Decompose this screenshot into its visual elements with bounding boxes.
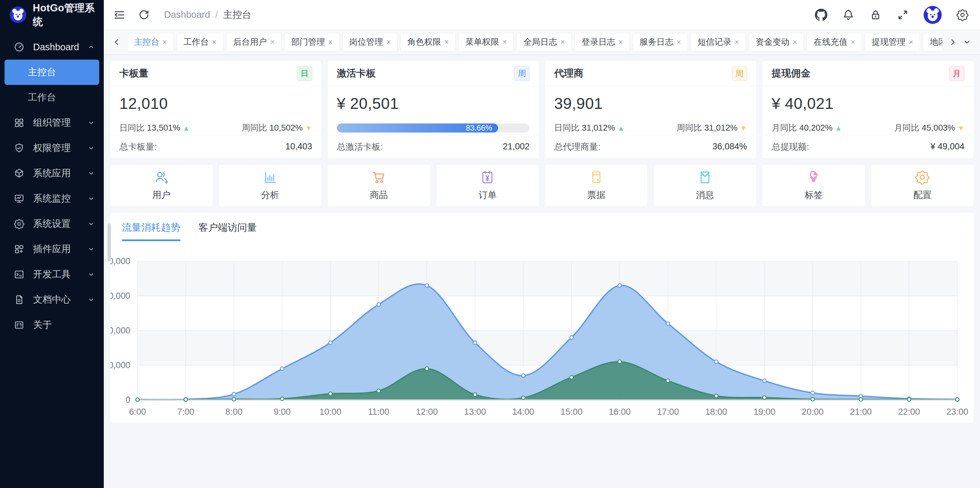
monitor-icon [14,193,25,204]
sub-stat-right: 周同比 31,012% ▼ [677,122,747,133]
svg-text:12:00: 12:00 [416,407,438,417]
lock-icon[interactable] [869,8,882,21]
shortcut-messages[interactable]: 消息 [654,165,756,206]
close-icon[interactable]: × [908,38,913,47]
chevron-down-icon [87,119,95,127]
shortcut-users[interactable]: 用户 [110,165,212,206]
fullscreen-icon[interactable] [896,8,909,21]
sidebar-item-plugins[interactable]: 插件应用 [0,236,104,262]
shortcut-analysis[interactable]: 分析 [219,165,321,206]
activation-progress-fill: 83.66% [337,124,498,133]
shortcut-tickets[interactable]: 票据 [545,165,647,206]
tab-sms-records[interactable]: 短信记录× [691,33,746,51]
stat-card-pallets: 卡板量 日 12,010 日同比 13,501% ▲ 周同比 10,502% ▼… [110,61,321,158]
sub-stat-right: 月同比 45,003% ▼ [894,122,964,133]
footer-label: 总提现额: [772,141,810,153]
card-value: ¥ 40,021 [772,95,965,112]
close-icon[interactable]: × [328,38,333,47]
sidebar-item-console[interactable]: 主控台 [5,60,99,85]
month-badge: 月 [949,66,964,81]
sidebar-item-docs[interactable]: 文档中心 [0,287,104,312]
close-icon[interactable]: × [386,38,391,47]
sidebar-item-about[interactable]: 关于 [0,312,104,337]
shortcut-tags[interactable]: 标签 [763,165,865,206]
close-icon[interactable]: × [270,38,275,47]
shortcut-label: 用户 [153,189,170,201]
stat-card-activated: 激活卡板 周 ¥ 20,501 83.66% 总激活卡板: 21,002 [328,61,539,158]
receipt-icon [589,170,604,185]
progress-label: 83.66% [466,124,492,133]
close-icon[interactable]: × [162,38,167,47]
close-icon[interactable]: × [851,38,855,47]
tabs-viewport: 主控台× 工作台× 后台用户× 部门管理× 岗位管理× 角色权限× 菜单权限× … [127,33,942,51]
tab-global-log[interactable]: 全局日志× [517,33,572,51]
tab-admin-users[interactable]: 后台用户× [226,33,282,51]
tab-funds-changes[interactable]: 资金变动× [749,33,804,51]
close-icon[interactable]: × [212,38,216,47]
close-icon[interactable]: × [792,38,797,47]
svg-text:15:00: 15:00 [561,407,583,417]
sidebar-item-system-settings[interactable]: 系统设置 [0,211,104,236]
tab-region-codes[interactable]: 地区编码× [923,33,942,51]
svg-text:19:00: 19:00 [753,407,775,417]
tabs-menu-dropdown-icon[interactable] [960,35,974,49]
tab-workbench[interactable]: 工作台× [177,33,223,51]
shortcuts-row: 用户 分析 商品 订单 票据 消息 [110,165,974,206]
traffic-chart[interactable]: 020,00040,00060,00080,0006:007:008:009:0… [110,241,974,434]
close-icon[interactable]: × [735,38,739,47]
trend-up-icon: ▲ [183,124,190,132]
close-icon[interactable]: × [444,38,449,47]
shortcut-label: 分析 [261,189,279,201]
tab-client-visits[interactable]: 客户端访问量 [199,221,257,241]
cart-icon [371,170,387,185]
tab-service-log[interactable]: 服务日志× [633,33,688,51]
tab-login-log[interactable]: 登录日志× [574,33,630,51]
svg-text:20:00: 20:00 [802,407,824,417]
sidebar-item-system-monitor[interactable]: 系统监控 [0,186,104,211]
tab-menu-perms[interactable]: 菜单权限× [458,33,514,51]
refresh-icon[interactable] [137,8,151,21]
top-header: Dashboard / 主控台 [104,0,980,30]
close-icon[interactable]: × [502,38,507,47]
close-icon[interactable]: × [676,38,681,47]
shortcut-orders[interactable]: 订单 [436,165,539,206]
chevron-up-icon [87,43,95,51]
sidebar-item-org[interactable]: 组织管理 [0,110,104,135]
tab-posts[interactable]: 岗位管理× [342,33,398,51]
app-logo[interactable]: HotGo管理系统 [0,0,104,30]
sidebar-item-workbench[interactable]: 工作台 [5,85,99,110]
github-icon[interactable] [815,8,827,21]
settings-gear-icon[interactable] [956,8,969,21]
tabs-scroll-right-icon[interactable] [946,35,960,49]
collapse-sidebar-icon[interactable] [113,8,126,21]
tabs-scroll-left-icon[interactable] [110,35,124,49]
user-avatar[interactable] [924,6,942,24]
sidebar-item-dev-tools[interactable]: 开发工具 [0,262,104,287]
sidebar-item-dashboard[interactable]: Dashboard [0,34,104,60]
shortcut-label: 商品 [370,189,388,201]
chevron-down-icon [87,296,95,304]
mail-icon [697,170,713,185]
svg-text:11:00: 11:00 [368,407,390,417]
tab-withdraw-manage[interactable]: 提现管理× [865,33,920,51]
card-title: 代理商 [554,67,583,80]
tab-online-recharge[interactable]: 在线充值× [807,33,862,51]
tab-console[interactable]: 主控台× [127,33,174,51]
sidebar-item-system-app[interactable]: 系统应用 [0,161,104,186]
tab-departments[interactable]: 部门管理× [285,33,339,51]
shortcut-goods[interactable]: 商品 [328,165,430,206]
svg-text:21:00: 21:00 [850,407,872,417]
close-icon[interactable]: × [560,38,565,47]
close-icon[interactable]: × [619,38,623,47]
sidebar-item-permission[interactable]: 权限管理 [0,135,104,161]
svg-text:60,000: 60,000 [110,291,130,301]
bell-icon[interactable] [842,8,855,21]
chevron-down-icon [87,169,95,177]
week-badge: 周 [514,66,530,81]
plugin-grid-icon [14,244,25,255]
tab-traffic-trend[interactable]: 流量消耗趋势 [122,221,180,241]
scrollbar-thumb[interactable] [108,223,111,262]
breadcrumb-root[interactable]: Dashboard [164,10,210,20]
shortcut-config[interactable]: 配置 [871,165,974,206]
tab-role-perms[interactable]: 角色权限× [401,33,456,51]
